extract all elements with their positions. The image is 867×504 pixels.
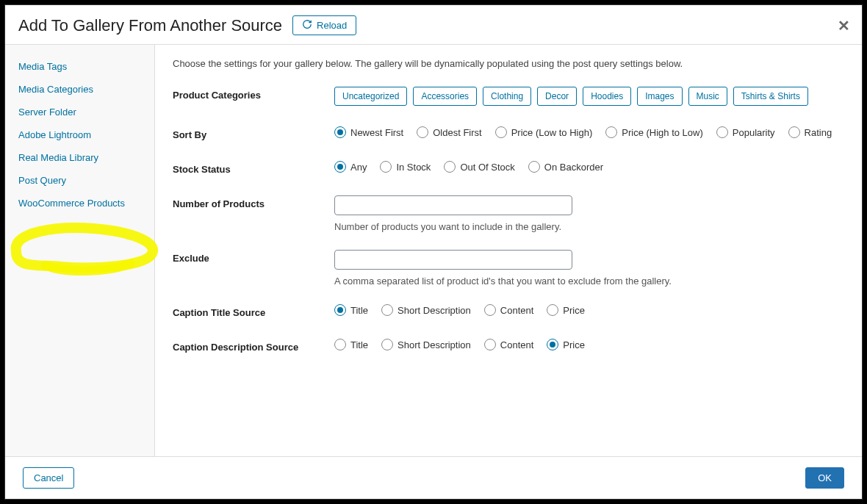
radio-icon[interactable] <box>547 339 558 350</box>
sort-by-group: Newest FirstOldest FirstPrice (Low to Hi… <box>334 126 844 138</box>
radio-icon[interactable] <box>484 304 496 316</box>
radio-icon[interactable] <box>605 126 617 138</box>
radio-icon[interactable] <box>716 126 728 138</box>
annotation-highlight <box>5 221 159 276</box>
ok-button[interactable]: OK <box>805 467 844 489</box>
row-stock-status: Stock Status AnyIn StockOut Of StockOn B… <box>173 161 844 175</box>
radio-icon[interactable] <box>334 126 346 138</box>
sort-by-option-price-low-to-high-[interactable]: Price (Low to High) <box>495 126 593 138</box>
category-button-clothing[interactable]: Clothing <box>483 87 531 106</box>
caption-title-option-content[interactable]: Content <box>484 304 534 316</box>
radio-icon[interactable] <box>788 126 800 138</box>
modal-header: Add To Gallery From Another Source Reloa… <box>5 5 862 45</box>
category-button-decor[interactable]: Decor <box>537 87 577 106</box>
help-number-of-products: Number of products you want to include i… <box>334 221 844 232</box>
radio-icon[interactable] <box>334 304 346 316</box>
radio-icon[interactable] <box>484 339 496 350</box>
category-button-uncategorized[interactable]: Uncategorized <box>334 87 407 106</box>
sidebar-item-real-media-library[interactable]: Real Media Library <box>5 146 154 169</box>
radio-label: Price <box>563 305 585 316</box>
row-caption-desc-source: Caption Description Source TitleShort De… <box>173 339 844 353</box>
category-button-accessories[interactable]: Accessories <box>413 87 477 106</box>
stock-status-option-out-of-stock[interactable]: Out Of Stock <box>444 161 514 173</box>
radio-icon[interactable] <box>528 161 540 173</box>
radio-label: Rating <box>805 127 832 138</box>
category-button-images[interactable]: Images <box>637 87 682 106</box>
radio-label: Price <box>563 339 585 350</box>
cancel-button[interactable]: Cancel <box>23 467 74 489</box>
caption-desc-option-short-description[interactable]: Short Description <box>381 339 471 350</box>
category-button-hoodies[interactable]: Hoodies <box>583 87 631 106</box>
row-product-categories: Product Categories UncategorizedAccessor… <box>173 87 844 106</box>
radio-label: Newest First <box>350 127 403 138</box>
close-icon[interactable]: ✕ <box>838 17 850 35</box>
intro-text: Choose the settings for your gallery bel… <box>173 58 844 69</box>
radio-label: Short Description <box>397 339 471 350</box>
modal-footer: Cancel OK <box>5 456 862 499</box>
radio-icon[interactable] <box>334 161 346 173</box>
radio-icon[interactable] <box>417 126 428 138</box>
radio-label: On Backorder <box>544 162 603 173</box>
modal-title: Add To Gallery From Another Source <box>18 16 282 35</box>
sort-by-option-rating[interactable]: Rating <box>788 126 832 138</box>
number-of-products-input[interactable] <box>334 195 572 215</box>
radio-icon[interactable] <box>381 304 393 316</box>
stock-status-option-on-backorder[interactable]: On Backorder <box>528 161 603 173</box>
help-exclude: A comma separated list of product id's t… <box>334 276 844 287</box>
content: Choose the settings for your gallery bel… <box>155 45 862 456</box>
category-button-tshirts-shirts[interactable]: Tshirts & Shirts <box>733 87 808 106</box>
caption-desc-option-content[interactable]: Content <box>484 339 534 350</box>
label-product-categories: Product Categories <box>173 87 334 101</box>
reload-button[interactable]: Reload <box>292 15 356 35</box>
sidebar-item-media-tags[interactable]: Media Tags <box>5 55 154 78</box>
radio-label: Content <box>500 339 534 350</box>
radio-icon[interactable] <box>444 161 456 173</box>
stock-status-group: AnyIn StockOut Of StockOn Backorder <box>334 161 844 173</box>
row-exclude: Exclude A comma separated list of produc… <box>173 250 844 287</box>
radio-icon[interactable] <box>495 126 507 138</box>
radio-label: Price (High to Low) <box>622 127 703 138</box>
label-exclude: Exclude <box>173 250 334 264</box>
radio-label: Popularity <box>733 127 775 138</box>
row-caption-title-source: Caption Title Source TitleShort Descript… <box>173 304 844 318</box>
radio-label: In Stock <box>396 162 431 173</box>
sort-by-option-price-high-to-low-[interactable]: Price (High to Low) <box>605 126 703 138</box>
caption-desc-group: TitleShort DescriptionContentPrice <box>334 339 844 350</box>
radio-icon[interactable] <box>334 339 346 350</box>
radio-label: Title <box>350 339 368 350</box>
radio-label: Short Description <box>397 305 471 316</box>
caption-title-option-title[interactable]: Title <box>334 304 368 316</box>
modal: Add To Gallery From Another Source Reloa… <box>4 4 863 500</box>
exclude-input[interactable] <box>334 250 572 270</box>
label-caption-title-source: Caption Title Source <box>173 304 334 318</box>
radio-icon[interactable] <box>381 339 393 350</box>
row-number-of-products: Number of Products Number of products yo… <box>173 195 844 232</box>
stock-status-option-in-stock[interactable]: In Stock <box>380 161 431 173</box>
reload-label: Reload <box>317 20 347 31</box>
caption-title-option-price[interactable]: Price <box>547 304 585 316</box>
label-sort-by: Sort By <box>173 126 334 140</box>
category-button-music[interactable]: Music <box>688 87 727 106</box>
sort-by-option-newest-first[interactable]: Newest First <box>334 126 403 138</box>
sidebar-item-woocommerce-products[interactable]: WooCommerce Products <box>5 192 154 215</box>
radio-icon[interactable] <box>547 304 558 316</box>
caption-title-option-short-description[interactable]: Short Description <box>381 304 471 316</box>
radio-label: Oldest First <box>433 127 481 138</box>
radio-icon[interactable] <box>380 161 392 173</box>
label-number-of-products: Number of Products <box>173 195 334 209</box>
stock-status-option-any[interactable]: Any <box>334 161 367 173</box>
sort-by-option-popularity[interactable]: Popularity <box>716 126 775 138</box>
sidebar-item-post-query[interactable]: Post Query <box>5 169 154 192</box>
product-category-buttons: UncategorizedAccessoriesClothingDecorHoo… <box>334 87 844 106</box>
modal-body: Media Tags Media Categories Server Folde… <box>5 45 862 456</box>
sort-by-option-oldest-first[interactable]: Oldest First <box>417 126 481 138</box>
caption-desc-option-price[interactable]: Price <box>547 339 585 350</box>
row-sort-by: Sort By Newest FirstOldest FirstPrice (L… <box>173 126 844 140</box>
sidebar-item-media-categories[interactable]: Media Categories <box>5 78 154 101</box>
sidebar-item-server-folder[interactable]: Server Folder <box>5 101 154 123</box>
caption-desc-option-title[interactable]: Title <box>334 339 368 350</box>
radio-label: Title <box>350 305 368 316</box>
sidebar-item-adobe-lightroom[interactable]: Adobe Lightroom <box>5 123 154 146</box>
radio-label: Content <box>500 305 534 316</box>
reload-icon <box>302 19 312 32</box>
